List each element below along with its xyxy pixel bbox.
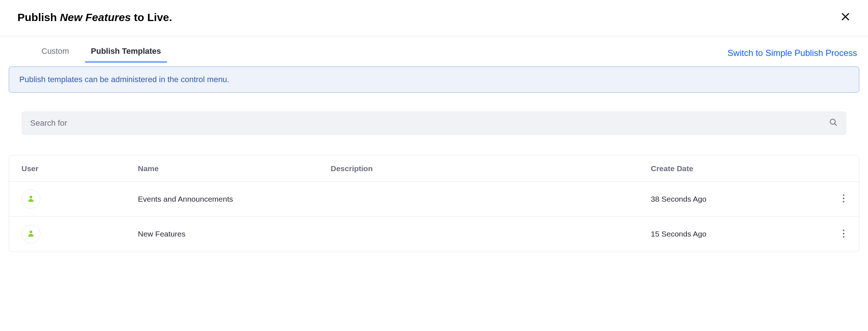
svg-line-3 (835, 124, 837, 126)
close-icon (840, 17, 851, 23)
kebab-icon (843, 229, 845, 239)
kebab-icon (843, 194, 845, 204)
search-bar (22, 112, 846, 135)
col-user: User (9, 164, 126, 173)
tab-publish-templates[interactable]: Publish Templates (85, 43, 167, 63)
col-description: Description (318, 164, 638, 173)
cell-user (9, 190, 126, 209)
title-italic: New Features (60, 11, 131, 23)
table-header-row: User Name Description Create Date (9, 156, 859, 182)
tab-row: Custom Publish Templates Switch to Simpl… (9, 36, 859, 63)
svg-point-9 (843, 229, 844, 231)
cell-user (9, 225, 126, 243)
table-row[interactable]: Events and Announcements 38 Seconds Ago (9, 182, 859, 217)
avatar (21, 190, 40, 209)
templates-table: User Name Description Create Date Events… (9, 155, 859, 252)
tab-custom[interactable]: Custom (36, 43, 75, 63)
cell-actions (824, 192, 853, 206)
title-suffix: to Live. (131, 11, 172, 23)
cell-create-date: 38 Seconds Ago (638, 195, 824, 203)
title-prefix: Publish (17, 11, 60, 23)
user-icon (27, 229, 35, 239)
modal-title: Publish New Features to Live. (17, 11, 172, 24)
col-create-date: Create Date (638, 164, 824, 173)
search-input[interactable] (30, 118, 829, 128)
modal-content: Custom Publish Templates Switch to Simpl… (0, 36, 868, 266)
search-wrap (9, 112, 859, 135)
user-icon (27, 194, 35, 204)
avatar (21, 225, 40, 243)
svg-point-7 (843, 201, 844, 202)
cell-actions (824, 227, 853, 241)
svg-point-10 (843, 233, 844, 234)
svg-point-4 (29, 195, 32, 198)
switch-simple-publish-link[interactable]: Switch to Simple Publish Process (728, 48, 859, 58)
info-banner: Publish templates can be administered in… (9, 66, 859, 93)
row-actions-button[interactable] (836, 192, 851, 206)
row-actions-button[interactable] (836, 227, 851, 241)
svg-point-8 (29, 231, 32, 233)
table-row[interactable]: New Features 15 Seconds Ago (9, 217, 859, 251)
svg-point-6 (843, 198, 844, 199)
col-name: Name (126, 164, 318, 173)
search-icon (829, 118, 838, 128)
svg-point-11 (843, 236, 844, 237)
close-button[interactable] (837, 9, 853, 26)
cell-name: New Features (126, 230, 318, 238)
tabs: Custom Publish Templates (9, 43, 167, 63)
cell-create-date: 15 Seconds Ago (638, 230, 824, 238)
svg-point-5 (843, 194, 844, 196)
cell-name: Events and Announcements (126, 195, 318, 203)
svg-point-2 (830, 119, 835, 124)
modal-header: Publish New Features to Live. (0, 0, 868, 36)
